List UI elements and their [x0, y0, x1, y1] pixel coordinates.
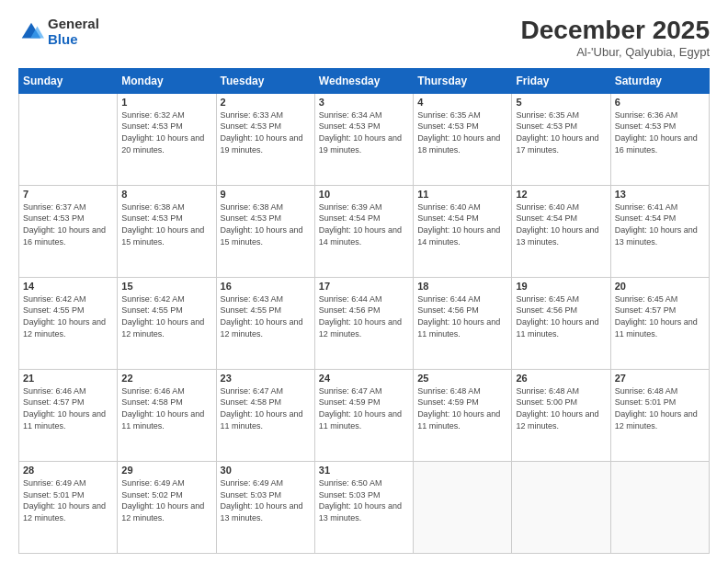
calendar-cell: 13Sunrise: 6:41 AMSunset: 4:54 PMDayligh…: [610, 185, 709, 277]
day-number: 25: [417, 373, 507, 384]
calendar-cell: 11Sunrise: 6:40 AMSunset: 4:54 PMDayligh…: [414, 185, 512, 277]
page: General Blue December 2025 Al-'Ubur, Qal…: [0, 0, 728, 563]
logo-text: General Blue: [48, 17, 99, 47]
calendar-cell: 24Sunrise: 6:47 AMSunset: 4:59 PMDayligh…: [314, 369, 413, 461]
calendar-cell: 17Sunrise: 6:44 AMSunset: 4:56 PMDayligh…: [314, 277, 413, 369]
day-info: Sunrise: 6:43 AMSunset: 4:55 PMDaylight:…: [221, 293, 311, 339]
day-info: Sunrise: 6:38 AMSunset: 4:53 PMDaylight:…: [121, 201, 211, 247]
calendar-week-row: 1Sunrise: 6:32 AMSunset: 4:53 PMDaylight…: [19, 93, 710, 185]
day-info: Sunrise: 6:47 AMSunset: 4:59 PMDaylight:…: [319, 385, 409, 431]
day-number: 28: [23, 465, 113, 476]
day-number: 18: [417, 281, 507, 292]
calendar-cell: 9Sunrise: 6:38 AMSunset: 4:53 PMDaylight…: [216, 185, 314, 277]
logo-icon: [18, 19, 44, 45]
subtitle: Al-'Ubur, Qalyubia, Egypt: [521, 45, 710, 59]
weekday-header-tuesday: Tuesday: [216, 68, 314, 93]
day-info: Sunrise: 6:49 AMSunset: 5:01 PMDaylight:…: [23, 477, 113, 523]
day-info: Sunrise: 6:46 AMSunset: 4:57 PMDaylight:…: [23, 385, 113, 431]
logo-blue: Blue: [48, 32, 99, 48]
day-info: Sunrise: 6:36 AMSunset: 4:53 PMDaylight:…: [615, 109, 705, 155]
day-info: Sunrise: 6:35 AMSunset: 4:53 PMDaylight:…: [417, 109, 507, 155]
day-number: 14: [23, 281, 113, 292]
day-info: Sunrise: 6:50 AMSunset: 5:03 PMDaylight:…: [319, 477, 409, 523]
day-info: Sunrise: 6:35 AMSunset: 4:53 PMDaylight:…: [516, 109, 606, 155]
calendar-cell: 30Sunrise: 6:49 AMSunset: 5:03 PMDayligh…: [216, 461, 314, 553]
calendar-cell: 28Sunrise: 6:49 AMSunset: 5:01 PMDayligh…: [19, 461, 118, 553]
calendar-week-row: 21Sunrise: 6:46 AMSunset: 4:57 PMDayligh…: [19, 369, 710, 461]
day-number: 15: [121, 281, 211, 292]
day-info: Sunrise: 6:33 AMSunset: 4:53 PMDaylight:…: [221, 109, 311, 155]
logo: General Blue: [18, 17, 99, 47]
calendar-week-row: 28Sunrise: 6:49 AMSunset: 5:01 PMDayligh…: [19, 461, 710, 553]
day-info: Sunrise: 6:46 AMSunset: 4:58 PMDaylight:…: [121, 385, 211, 431]
weekday-header-saturday: Saturday: [610, 68, 709, 93]
weekday-header-monday: Monday: [118, 68, 216, 93]
day-number: 30: [221, 465, 311, 476]
calendar-week-row: 7Sunrise: 6:37 AMSunset: 4:53 PMDaylight…: [19, 185, 710, 277]
calendar-cell: 16Sunrise: 6:43 AMSunset: 4:55 PMDayligh…: [216, 277, 314, 369]
calendar-cell: 20Sunrise: 6:45 AMSunset: 4:57 PMDayligh…: [610, 277, 709, 369]
day-number: 23: [221, 373, 311, 384]
calendar-cell: 18Sunrise: 6:44 AMSunset: 4:56 PMDayligh…: [414, 277, 512, 369]
weekday-header-wednesday: Wednesday: [314, 68, 413, 93]
day-info: Sunrise: 6:32 AMSunset: 4:53 PMDaylight:…: [121, 109, 211, 155]
day-number: 19: [516, 281, 606, 292]
calendar-cell: 14Sunrise: 6:42 AMSunset: 4:55 PMDayligh…: [19, 277, 118, 369]
calendar-cell: 10Sunrise: 6:39 AMSunset: 4:54 PMDayligh…: [314, 185, 413, 277]
calendar-cell: 22Sunrise: 6:46 AMSunset: 4:58 PMDayligh…: [118, 369, 216, 461]
calendar-cell: [610, 461, 709, 553]
calendar-cell: 25Sunrise: 6:48 AMSunset: 4:59 PMDayligh…: [414, 369, 512, 461]
day-number: 4: [417, 97, 507, 108]
logo-general: General: [48, 17, 99, 32]
day-info: Sunrise: 6:39 AMSunset: 4:54 PMDaylight:…: [319, 201, 409, 247]
calendar-cell: 6Sunrise: 6:36 AMSunset: 4:53 PMDaylight…: [610, 93, 709, 185]
day-number: 17: [319, 281, 409, 292]
calendar-cell: 26Sunrise: 6:48 AMSunset: 5:00 PMDayligh…: [512, 369, 610, 461]
calendar-table: SundayMondayTuesdayWednesdayThursdayFrid…: [18, 68, 710, 554]
calendar-cell: 8Sunrise: 6:38 AMSunset: 4:53 PMDaylight…: [118, 185, 216, 277]
calendar-header: SundayMondayTuesdayWednesdayThursdayFrid…: [19, 68, 710, 93]
calendar-cell: 21Sunrise: 6:46 AMSunset: 4:57 PMDayligh…: [19, 369, 118, 461]
calendar-week-row: 14Sunrise: 6:42 AMSunset: 4:55 PMDayligh…: [19, 277, 710, 369]
day-info: Sunrise: 6:49 AMSunset: 5:02 PMDaylight:…: [121, 477, 211, 523]
calendar-cell: 31Sunrise: 6:50 AMSunset: 5:03 PMDayligh…: [314, 461, 413, 553]
day-number: 27: [615, 373, 705, 384]
day-number: 26: [516, 373, 606, 384]
day-info: Sunrise: 6:41 AMSunset: 4:54 PMDaylight:…: [615, 201, 705, 247]
day-info: Sunrise: 6:42 AMSunset: 4:55 PMDaylight:…: [23, 293, 113, 339]
title-block: December 2025 Al-'Ubur, Qalyubia, Egypt: [521, 17, 710, 59]
day-info: Sunrise: 6:48 AMSunset: 5:00 PMDaylight:…: [516, 385, 606, 431]
day-info: Sunrise: 6:44 AMSunset: 4:56 PMDaylight:…: [417, 293, 507, 339]
day-info: Sunrise: 6:42 AMSunset: 4:55 PMDaylight:…: [121, 293, 211, 339]
day-info: Sunrise: 6:38 AMSunset: 4:53 PMDaylight:…: [221, 201, 311, 247]
day-number: 8: [121, 189, 211, 200]
day-number: 11: [417, 189, 507, 200]
weekday-header-thursday: Thursday: [414, 68, 512, 93]
day-number: 21: [23, 373, 113, 384]
calendar-cell: 2Sunrise: 6:33 AMSunset: 4:53 PMDaylight…: [216, 93, 314, 185]
day-info: Sunrise: 6:48 AMSunset: 5:01 PMDaylight:…: [615, 385, 705, 431]
day-info: Sunrise: 6:49 AMSunset: 5:03 PMDaylight:…: [221, 477, 311, 523]
calendar-cell: 1Sunrise: 6:32 AMSunset: 4:53 PMDaylight…: [118, 93, 216, 185]
calendar-cell: 19Sunrise: 6:45 AMSunset: 4:56 PMDayligh…: [512, 277, 610, 369]
calendar-cell: 5Sunrise: 6:35 AMSunset: 4:53 PMDaylight…: [512, 93, 610, 185]
day-number: 20: [615, 281, 705, 292]
day-number: 7: [23, 189, 113, 200]
calendar-cell: 4Sunrise: 6:35 AMSunset: 4:53 PMDaylight…: [414, 93, 512, 185]
calendar-cell: [414, 461, 512, 553]
day-number: 3: [319, 97, 409, 108]
day-number: 12: [516, 189, 606, 200]
day-number: 5: [516, 97, 606, 108]
day-info: Sunrise: 6:34 AMSunset: 4:53 PMDaylight:…: [319, 109, 409, 155]
weekday-header-friday: Friday: [512, 68, 610, 93]
day-number: 29: [121, 465, 211, 476]
day-info: Sunrise: 6:44 AMSunset: 4:56 PMDaylight:…: [319, 293, 409, 339]
calendar-cell: [512, 461, 610, 553]
day-info: Sunrise: 6:45 AMSunset: 4:56 PMDaylight:…: [516, 293, 606, 339]
calendar-cell: 15Sunrise: 6:42 AMSunset: 4:55 PMDayligh…: [118, 277, 216, 369]
main-title: December 2025: [521, 17, 710, 45]
calendar-cell: 23Sunrise: 6:47 AMSunset: 4:58 PMDayligh…: [216, 369, 314, 461]
day-number: 31: [319, 465, 409, 476]
calendar-cell: 7Sunrise: 6:37 AMSunset: 4:53 PMDaylight…: [19, 185, 118, 277]
day-number: 10: [319, 189, 409, 200]
